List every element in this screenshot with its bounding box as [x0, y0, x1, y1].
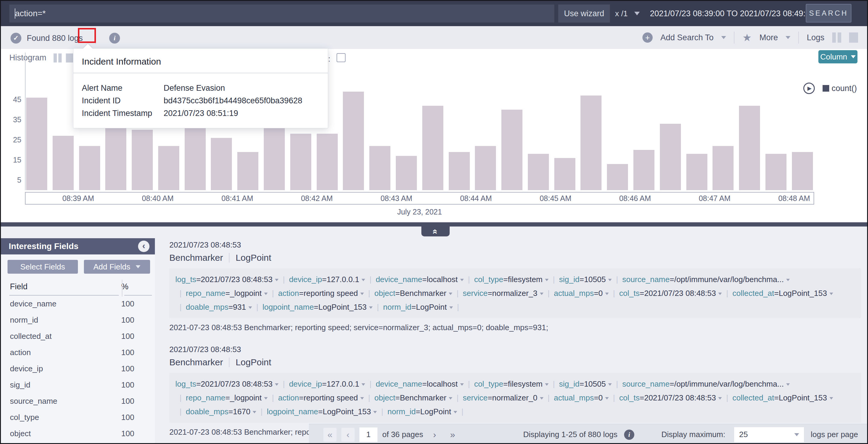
field-row[interactable]: source_name100 — [1, 393, 155, 409]
field-pill[interactable]: doable_mps=1670 — [186, 407, 256, 416]
repeat-selector[interactable]: x /1 — [615, 4, 640, 23]
collapse-histogram-tab[interactable]: « — [422, 227, 450, 236]
field-pill[interactable]: source_name=/opt/immune/var/log/benchma.… — [622, 379, 790, 388]
histogram-bar[interactable] — [79, 146, 100, 190]
histogram-bar[interactable] — [26, 98, 47, 190]
field-pill[interactable]: repo_name=_logpoint — [186, 289, 268, 298]
split-view-icon[interactable] — [832, 32, 841, 43]
histogram-bar[interactable] — [686, 154, 707, 190]
chevron-down-icon[interactable] — [360, 397, 364, 400]
chevron-down-icon[interactable] — [545, 383, 549, 386]
histogram-bar[interactable] — [633, 150, 654, 190]
histogram-bar[interactable] — [132, 130, 153, 190]
chevron-down-icon[interactable] — [360, 293, 364, 295]
field-pill[interactable]: repo_name=_logpoint — [186, 393, 268, 402]
chevron-down-icon[interactable] — [373, 411, 377, 413]
histogram-bar[interactable] — [264, 118, 285, 190]
more-button[interactable]: More — [760, 33, 778, 42]
full-view-icon[interactable] — [849, 32, 858, 43]
first-page-button[interactable]: « — [323, 428, 337, 442]
add-search-to-button[interactable]: Add Search To — [660, 33, 714, 42]
histogram-bar[interactable] — [343, 92, 364, 190]
field-pill[interactable]: device_name=localhost — [376, 275, 463, 284]
field-pill[interactable]: source_name=/opt/immune/var/log/benchma.… — [622, 275, 790, 284]
time-range-selector[interactable]: 2021/07/23 08:39:00 TO 2021/07/23 08:49:… — [650, 4, 826, 23]
field-pill[interactable]: collected_at=LogPoint_153 — [732, 289, 833, 298]
chevron-down-icon[interactable] — [449, 397, 452, 400]
histogram-bar[interactable] — [422, 106, 443, 190]
field-pill[interactable]: log_ts=2021/07/23 08:48:53 — [175, 379, 279, 388]
chevron-down-icon[interactable] — [786, 279, 790, 281]
chevron-down-icon[interactable] — [718, 397, 722, 400]
chevron-down-icon[interactable] — [449, 293, 452, 295]
field-row[interactable]: action100 — [1, 344, 155, 361]
histogram-bar[interactable] — [766, 154, 786, 190]
chevron-down-icon[interactable] — [275, 279, 279, 281]
field-pill[interactable]: log_ts=2021/07/23 08:48:53 — [175, 275, 279, 284]
section-divider-bar[interactable] — [1, 222, 867, 227]
chevron-down-icon[interactable] — [830, 397, 833, 400]
field-pill[interactable]: doable_mps=931 — [186, 303, 252, 311]
field-pill[interactable]: action=reporting speed — [278, 393, 364, 402]
histogram-bar[interactable] — [554, 158, 576, 190]
field-name[interactable]: norm_id — [10, 315, 121, 325]
histogram-bar[interactable] — [660, 124, 681, 190]
select-fields-button[interactable]: Select Fields — [7, 260, 78, 274]
x-axis-brush-box[interactable]: 08:39 AM08:40 AM08:41 AM08:42 AM08:43 AM… — [25, 192, 814, 205]
field-name[interactable]: object — [10, 429, 121, 438]
search-query-input[interactable]: action=* — [9, 4, 554, 23]
histogram-bar[interactable] — [237, 152, 258, 190]
field-name[interactable]: source_name — [10, 397, 121, 406]
chevron-down-icon[interactable] — [264, 293, 268, 295]
histogram-bar[interactable] — [53, 136, 74, 190]
field-row[interactable]: collected_at100 — [1, 328, 155, 344]
field-row[interactable]: sig_id100 — [1, 377, 155, 393]
field-pill[interactable]: sig_id=10505 — [559, 275, 612, 284]
chevron-down-icon[interactable] — [540, 293, 544, 295]
histogram-bar[interactable] — [581, 96, 601, 190]
chevron-down-icon[interactable] — [718, 293, 722, 295]
field-pill[interactable]: action=reporting speed — [278, 289, 364, 298]
field-name[interactable]: device_name — [10, 299, 121, 309]
field-pill[interactable]: col_type=filesystem — [474, 379, 549, 388]
field-pill[interactable]: object=Benchmarker — [374, 393, 452, 402]
histogram-bar[interactable] — [185, 118, 206, 190]
chevron-down-icon[interactable] — [721, 36, 726, 39]
chevron-down-icon[interactable] — [275, 383, 279, 386]
chevron-down-icon[interactable] — [454, 411, 457, 413]
chevron-down-icon[interactable] — [830, 293, 833, 295]
page-number-input[interactable] — [360, 428, 377, 442]
prev-page-button[interactable]: ‹ — [341, 428, 354, 442]
field-row[interactable]: norm_id100 — [1, 312, 155, 328]
histogram-bar[interactable] — [501, 110, 522, 190]
add-fields-button[interactable]: Add Fields — [84, 260, 150, 274]
display-maximum-select[interactable]: 25 — [734, 427, 804, 442]
field-pill[interactable]: actual_mps=0 — [554, 393, 609, 402]
field-pill[interactable]: col_type=filesystem — [474, 275, 549, 284]
histogram-bar[interactable] — [105, 118, 126, 190]
field-pill[interactable]: collected_at=LogPoint_153 — [732, 393, 833, 402]
field-pill[interactable]: device_ip=127.0.0.1 — [289, 379, 365, 388]
field-pill[interactable]: norm_id=LogPoint — [383, 303, 453, 311]
histogram-bar[interactable] — [449, 152, 470, 190]
field-pill[interactable]: logpoint_name=LogPoint_153 — [267, 407, 377, 416]
histogram-bar[interactable] — [211, 138, 232, 190]
field-pill[interactable]: norm_id=LogPoint — [388, 407, 457, 416]
field-row[interactable]: device_name100 — [1, 296, 155, 312]
field-pill[interactable]: device_ip=127.0.0.1 — [289, 275, 365, 284]
chevron-down-icon[interactable] — [605, 293, 609, 295]
chevron-down-icon[interactable] — [450, 306, 453, 309]
chevron-down-icon[interactable] — [264, 397, 268, 400]
chevron-down-icon[interactable] — [608, 383, 612, 386]
last-page-button[interactable]: » — [446, 428, 459, 442]
chart-type-button[interactable]: Column — [818, 50, 858, 63]
field-pill[interactable]: sig_id=10505 — [559, 379, 612, 388]
histogram-bar[interactable] — [317, 134, 338, 190]
use-wizard-button[interactable]: Use wizard — [558, 4, 610, 23]
field-name[interactable]: sig_id — [10, 380, 121, 389]
field-pill[interactable]: service=normalizer_3 — [463, 289, 544, 298]
histogram-bar[interactable] — [713, 146, 734, 190]
chevron-down-icon[interactable] — [605, 397, 609, 400]
field-name[interactable]: action — [10, 348, 121, 357]
field-name[interactable]: collected_at — [10, 332, 121, 341]
